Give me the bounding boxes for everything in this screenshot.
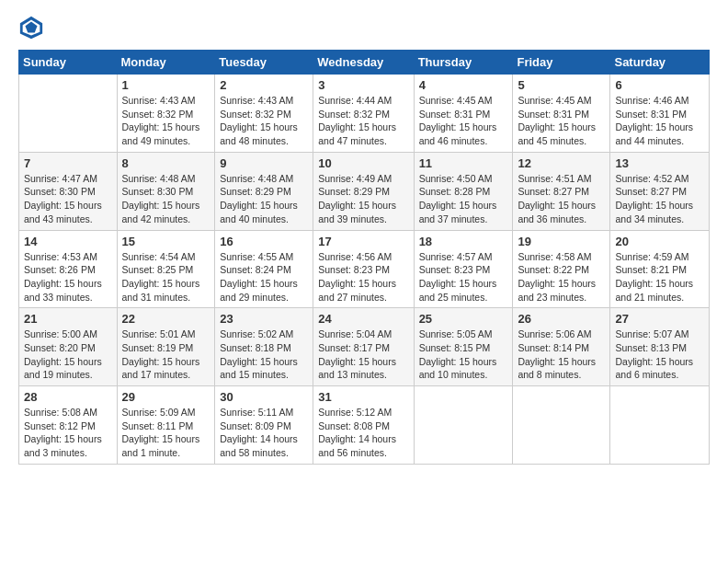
day-info: Sunrise: 4:48 AMSunset: 8:29 PMDaylight:… [220, 172, 308, 226]
day-number: 25 [419, 312, 508, 326]
page: Sunday Monday Tuesday Wednesday Thursday… [0, 0, 728, 563]
day-info: Sunrise: 5:06 AMSunset: 8:14 PMDaylight:… [518, 327, 605, 382]
day-number: 14 [24, 235, 112, 248]
day-number: 11 [419, 156, 508, 170]
day-number: 1 [122, 78, 210, 92]
col-wednesday: Wednesday [313, 51, 414, 75]
calendar-cell: 9Sunrise: 4:48 AMSunset: 8:29 PMDaylight… [215, 152, 313, 230]
logo-icon [18, 15, 44, 40]
day-info: Sunrise: 4:48 AMSunset: 8:30 PMDaylight:… [122, 172, 210, 226]
calendar-cell: 13Sunrise: 4:52 AMSunset: 8:27 PMDayligh… [610, 152, 710, 230]
calendar-cell: 14Sunrise: 4:53 AMSunset: 8:26 PMDayligh… [19, 230, 118, 308]
calendar-cell [414, 386, 513, 465]
calendar-cell: 16Sunrise: 4:55 AMSunset: 8:24 PMDayligh… [215, 230, 313, 308]
calendar-cell: 31Sunrise: 5:12 AMSunset: 8:08 PMDayligh… [313, 386, 414, 465]
day-info: Sunrise: 4:47 AMSunset: 8:30 PMDaylight:… [24, 172, 112, 226]
day-number: 6 [615, 78, 704, 92]
day-number: 31 [318, 390, 408, 404]
day-number: 18 [419, 235, 508, 248]
day-info: Sunrise: 4:53 AMSunset: 8:26 PMDaylight:… [24, 250, 112, 304]
day-number: 3 [318, 78, 408, 92]
calendar-cell: 27Sunrise: 5:07 AMSunset: 8:13 PMDayligh… [610, 308, 710, 386]
calendar-table: Sunday Monday Tuesday Wednesday Thursday… [18, 50, 710, 465]
day-info: Sunrise: 5:09 AMSunset: 8:11 PMDaylight:… [122, 406, 210, 460]
calendar-week-row-4: 21Sunrise: 5:00 AMSunset: 8:20 PMDayligh… [19, 308, 710, 386]
day-number: 9 [220, 156, 308, 170]
day-number: 27 [615, 312, 704, 326]
calendar-cell [610, 386, 710, 465]
day-number: 20 [615, 235, 704, 248]
day-info: Sunrise: 4:45 AMSunset: 8:31 PMDaylight:… [419, 94, 508, 148]
calendar-header-row: Sunday Monday Tuesday Wednesday Thursday… [19, 51, 710, 75]
day-info: Sunrise: 4:58 AMSunset: 8:22 PMDaylight:… [518, 250, 605, 304]
day-number: 13 [615, 156, 704, 170]
day-info: Sunrise: 5:04 AMSunset: 8:17 PMDaylight:… [318, 327, 408, 382]
day-number: 15 [122, 235, 210, 248]
day-number: 12 [518, 156, 605, 170]
day-info: Sunrise: 4:57 AMSunset: 8:23 PMDaylight:… [419, 250, 508, 304]
day-info: Sunrise: 4:51 AMSunset: 8:27 PMDaylight:… [518, 172, 605, 226]
calendar-cell: 25Sunrise: 5:05 AMSunset: 8:15 PMDayligh… [414, 308, 513, 386]
day-info: Sunrise: 4:50 AMSunset: 8:28 PMDaylight:… [419, 172, 508, 226]
calendar-cell: 24Sunrise: 5:04 AMSunset: 8:17 PMDayligh… [313, 308, 414, 386]
day-info: Sunrise: 4:43 AMSunset: 8:32 PMDaylight:… [220, 94, 308, 148]
col-saturday: Saturday [610, 51, 710, 75]
day-info: Sunrise: 4:46 AMSunset: 8:31 PMDaylight:… [615, 94, 704, 148]
calendar-cell: 18Sunrise: 4:57 AMSunset: 8:23 PMDayligh… [414, 230, 513, 308]
calendar-cell: 30Sunrise: 5:11 AMSunset: 8:09 PMDayligh… [215, 386, 313, 465]
calendar-week-row-2: 7Sunrise: 4:47 AMSunset: 8:30 PMDaylight… [19, 152, 710, 230]
calendar-cell: 20Sunrise: 4:59 AMSunset: 8:21 PMDayligh… [610, 230, 710, 308]
calendar-cell: 12Sunrise: 4:51 AMSunset: 8:27 PMDayligh… [513, 152, 610, 230]
day-info: Sunrise: 5:05 AMSunset: 8:15 PMDaylight:… [419, 327, 508, 382]
col-monday: Monday [117, 51, 215, 75]
day-number: 4 [419, 78, 508, 92]
col-sunday: Sunday [19, 51, 118, 75]
day-info: Sunrise: 5:12 AMSunset: 8:08 PMDaylight:… [318, 406, 408, 460]
day-info: Sunrise: 4:52 AMSunset: 8:27 PMDaylight:… [615, 172, 704, 226]
calendar-week-row-3: 14Sunrise: 4:53 AMSunset: 8:26 PMDayligh… [19, 230, 710, 308]
calendar-cell: 23Sunrise: 5:02 AMSunset: 8:18 PMDayligh… [215, 308, 313, 386]
calendar-cell: 1Sunrise: 4:43 AMSunset: 8:32 PMDaylight… [117, 75, 215, 153]
calendar-cell [513, 386, 610, 465]
calendar-cell: 28Sunrise: 5:08 AMSunset: 8:12 PMDayligh… [19, 386, 118, 465]
calendar-cell: 11Sunrise: 4:50 AMSunset: 8:28 PMDayligh… [414, 152, 513, 230]
day-number: 28 [24, 390, 112, 404]
day-info: Sunrise: 4:56 AMSunset: 8:23 PMDaylight:… [318, 250, 408, 304]
day-number: 24 [318, 312, 408, 326]
day-info: Sunrise: 4:49 AMSunset: 8:29 PMDaylight:… [318, 172, 408, 226]
calendar-cell: 6Sunrise: 4:46 AMSunset: 8:31 PMDaylight… [610, 75, 710, 153]
calendar-cell: 8Sunrise: 4:48 AMSunset: 8:30 PMDaylight… [117, 152, 215, 230]
calendar-cell: 10Sunrise: 4:49 AMSunset: 8:29 PMDayligh… [313, 152, 414, 230]
calendar-cell: 29Sunrise: 5:09 AMSunset: 8:11 PMDayligh… [117, 386, 215, 465]
day-info: Sunrise: 5:08 AMSunset: 8:12 PMDaylight:… [24, 406, 112, 460]
calendar-cell [19, 75, 118, 153]
day-info: Sunrise: 5:02 AMSunset: 8:18 PMDaylight:… [220, 327, 308, 382]
day-number: 7 [24, 156, 112, 170]
calendar-cell: 17Sunrise: 4:56 AMSunset: 8:23 PMDayligh… [313, 230, 414, 308]
day-info: Sunrise: 5:00 AMSunset: 8:20 PMDaylight:… [24, 327, 112, 382]
col-friday: Friday [513, 51, 610, 75]
header [18, 15, 710, 40]
calendar-cell: 2Sunrise: 4:43 AMSunset: 8:32 PMDaylight… [215, 75, 313, 153]
day-number: 29 [122, 390, 210, 404]
day-number: 10 [318, 156, 408, 170]
calendar-cell: 19Sunrise: 4:58 AMSunset: 8:22 PMDayligh… [513, 230, 610, 308]
calendar-cell: 21Sunrise: 5:00 AMSunset: 8:20 PMDayligh… [19, 308, 118, 386]
day-number: 22 [122, 312, 210, 326]
day-number: 21 [24, 312, 112, 326]
col-thursday: Thursday [414, 51, 513, 75]
day-info: Sunrise: 4:55 AMSunset: 8:24 PMDaylight:… [220, 250, 308, 304]
calendar-cell: 3Sunrise: 4:44 AMSunset: 8:32 PMDaylight… [313, 75, 414, 153]
day-info: Sunrise: 5:07 AMSunset: 8:13 PMDaylight:… [615, 327, 704, 382]
day-info: Sunrise: 4:44 AMSunset: 8:32 PMDaylight:… [318, 94, 408, 148]
day-info: Sunrise: 5:01 AMSunset: 8:19 PMDaylight:… [122, 327, 210, 382]
calendar-cell: 7Sunrise: 4:47 AMSunset: 8:30 PMDaylight… [19, 152, 118, 230]
day-number: 5 [518, 78, 605, 92]
day-number: 19 [518, 235, 605, 248]
day-info: Sunrise: 4:45 AMSunset: 8:31 PMDaylight:… [518, 94, 605, 148]
day-number: 26 [518, 312, 605, 326]
day-number: 16 [220, 235, 308, 248]
day-info: Sunrise: 4:54 AMSunset: 8:25 PMDaylight:… [122, 250, 210, 304]
day-number: 17 [318, 235, 408, 248]
day-number: 8 [122, 156, 210, 170]
